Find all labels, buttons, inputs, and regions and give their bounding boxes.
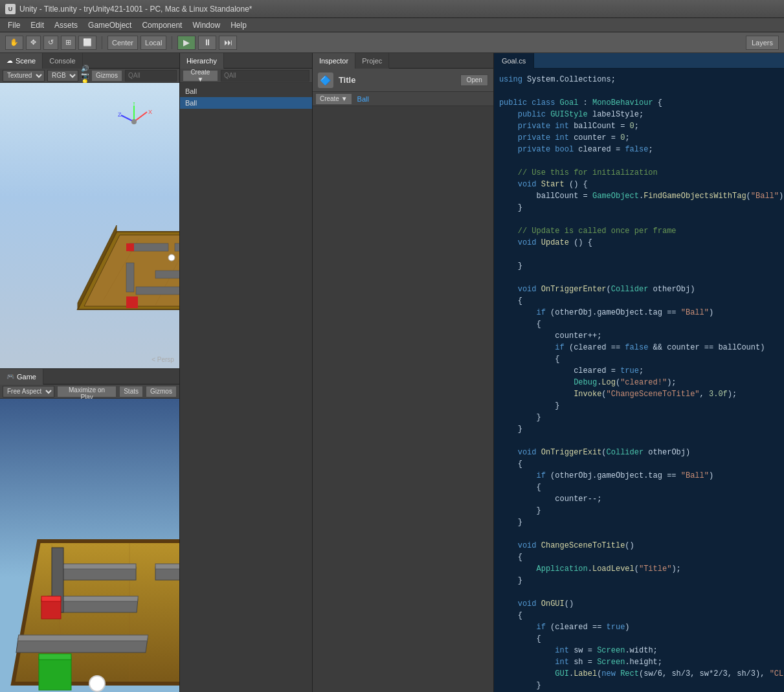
svg-rect-50 xyxy=(17,635,148,641)
svg-rect-42 xyxy=(155,564,179,569)
code-line: if (otherObj.gameObject.tag == "Ball") xyxy=(499,470,784,482)
code-line: public GUIStyle labelStyle; xyxy=(499,109,784,120)
code-line xyxy=(499,586,784,598)
code-line: private int ballCount = 0; xyxy=(499,120,784,132)
tab-scene[interactable]: ☁ Scene xyxy=(0,53,43,69)
game-view: 🎮 Game Free Aspect Maximize on Play Stat… xyxy=(0,368,179,692)
tab-inspector[interactable]: Inspector xyxy=(313,53,355,69)
game-tab-icon: 🎮 xyxy=(6,373,14,380)
title-bar: U Unity - Title.unity - tryUnity421-1001… xyxy=(0,0,784,18)
scene-search-input[interactable] xyxy=(125,70,177,82)
aspect-select[interactable]: Free Aspect xyxy=(3,386,54,397)
svg-rect-40 xyxy=(58,564,136,569)
scene-toolbar: Textured RGB 🔊 📷 💡 Gizmos xyxy=(0,69,179,83)
code-line: { xyxy=(499,633,784,645)
rotate-tool-button[interactable]: ↺ xyxy=(43,36,58,50)
code-line: cleared = true; xyxy=(499,365,784,377)
game-content xyxy=(0,399,179,692)
hand-tool-button[interactable]: ✋ xyxy=(5,36,23,50)
menu-assets[interactable]: Assets xyxy=(49,19,83,31)
rect-tool-button[interactable]: ⬜ xyxy=(78,36,96,50)
code-line: // Use this for initialization xyxy=(499,167,784,179)
tab-game[interactable]: 🎮 Game xyxy=(0,369,43,385)
local-button[interactable]: Local xyxy=(140,36,166,50)
code-line: GUI.Label(new Rect(sw/6, sh/3, sw*2/3, s… xyxy=(499,668,784,680)
code-line xyxy=(499,85,784,97)
code-line: void OnTriggerExit(Collider otherObj) xyxy=(499,447,784,458)
hierarchy-item-ball-1[interactable]: Ball xyxy=(180,85,312,97)
hierarchy-item-ball-2[interactable]: Ball xyxy=(180,97,312,109)
code-line: { xyxy=(499,482,784,493)
tab-project[interactable]: Projec xyxy=(355,53,389,69)
scene-tab-bar: ☁ Scene Console xyxy=(0,53,179,69)
game-3d-view xyxy=(0,399,179,692)
stats-button[interactable]: Stats xyxy=(119,386,143,397)
code-line: void OnTriggerEnter(Collider otherObj) xyxy=(499,284,784,295)
hierarchy-content: Ball Ball xyxy=(180,83,312,692)
layers-button[interactable]: Layers xyxy=(746,36,779,50)
menu-gameobject[interactable]: GameObject xyxy=(83,19,137,31)
play-button[interactable]: ▶ xyxy=(177,36,196,50)
toolbar: ✋ ✥ ↺ ⊞ ⬜ Center Local ▶ ⏸ ⏭ Layers xyxy=(0,32,784,53)
code-line: } xyxy=(499,412,784,423)
svg-rect-15 xyxy=(175,243,179,251)
code-line: } xyxy=(499,400,784,412)
pause-button[interactable]: ⏸ xyxy=(198,36,216,50)
code-line: } xyxy=(499,202,784,214)
svg-rect-63 xyxy=(39,658,71,690)
step-button[interactable]: ⏭ xyxy=(219,36,237,50)
hierarchy-create-button[interactable]: Create ▼ xyxy=(183,70,218,82)
window-title: Unity - Title.unity - tryUnity421-1001 -… xyxy=(19,5,252,14)
menu-edit[interactable]: Edit xyxy=(25,19,49,31)
inspector-create-button[interactable]: Create ▼ xyxy=(315,93,352,105)
code-line: using System.Collections; xyxy=(499,74,784,85)
rgb-select[interactable]: RGB xyxy=(47,70,78,82)
unity-logo-icon: U xyxy=(5,4,16,14)
code-line: void OnGUI() xyxy=(499,598,784,610)
code-line: void ChangeSceneToTitle() xyxy=(499,540,784,552)
code-line: if (otherObj.gameObject.tag == "Ball") xyxy=(499,307,784,318)
code-tab-bar: Goal.cs xyxy=(494,53,784,69)
svg-rect-56 xyxy=(41,599,61,619)
hierarchy-search-input[interactable] xyxy=(221,70,309,82)
hierarchy-panel: Hierarchy Create ▼ Ball Ball xyxy=(180,53,313,692)
gizmos-button[interactable]: Gizmos xyxy=(91,70,122,82)
menu-component[interactable]: Component xyxy=(137,19,187,31)
code-line: int sw = Screen.width; xyxy=(499,645,784,656)
tab-hierarchy[interactable]: Hierarchy xyxy=(180,53,224,69)
hierarchy-toolbar: Create ▼ xyxy=(180,69,312,83)
menu-window[interactable]: Window xyxy=(187,19,225,31)
code-line: Invoke("ChangeSceneToTitle", 3.0f); xyxy=(499,388,784,400)
scale-tool-button[interactable]: ⊞ xyxy=(61,36,76,50)
svg-rect-24 xyxy=(126,243,134,251)
tab-console[interactable]: Console xyxy=(43,53,82,69)
inspector-create-bar: Create ▼ Ball xyxy=(313,92,493,106)
scene-maze-svg xyxy=(26,102,179,342)
code-line xyxy=(499,155,784,167)
inspector-open-button[interactable]: Open xyxy=(460,74,487,86)
code-content[interactable]: using System.Collections; public class G… xyxy=(494,69,784,692)
inspector-header: 🔷 Title Open xyxy=(313,69,493,92)
code-line xyxy=(499,214,784,225)
texture-select[interactable]: Textured xyxy=(3,70,45,82)
menu-file[interactable]: File xyxy=(3,19,25,31)
code-line xyxy=(499,272,784,284)
tab-goal-cs[interactable]: Goal.cs xyxy=(494,53,534,69)
menu-bar: File Edit Assets GameObject Component Wi… xyxy=(0,18,784,32)
code-line: public class Goal : MonoBehaviour { xyxy=(499,97,784,109)
game-gizmos-button[interactable]: Gizmos xyxy=(146,386,177,397)
inspector-ball-item[interactable]: Ball xyxy=(352,93,374,105)
center-button[interactable]: Center xyxy=(107,36,138,50)
code-line: } xyxy=(499,575,784,586)
persp-label: < Persp xyxy=(151,356,174,363)
code-line: private bool cleared = false; xyxy=(499,144,784,155)
code-line: ballCount = GameObject.FindGameObjectsWi… xyxy=(499,190,784,202)
maximize-on-play-button[interactable]: Maximize on Play xyxy=(57,386,117,397)
code-line: { xyxy=(499,458,784,470)
move-tool-button[interactable]: ✥ xyxy=(26,36,41,50)
panels-row: Hierarchy Create ▼ Ball Ball Inspector xyxy=(180,53,784,692)
svg-point-30 xyxy=(168,254,175,261)
code-line: { xyxy=(499,552,784,563)
game-tab-bar: 🎮 Game xyxy=(0,369,179,385)
menu-help[interactable]: Help xyxy=(225,19,252,31)
